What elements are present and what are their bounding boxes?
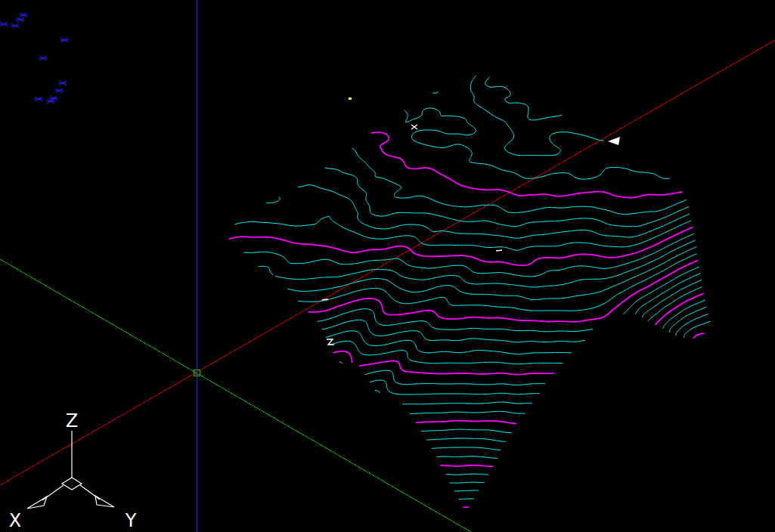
contour-drawing-canvas[interactable]	[0, 0, 775, 532]
cad-viewport[interactable]: Z X Y	[0, 0, 775, 532]
